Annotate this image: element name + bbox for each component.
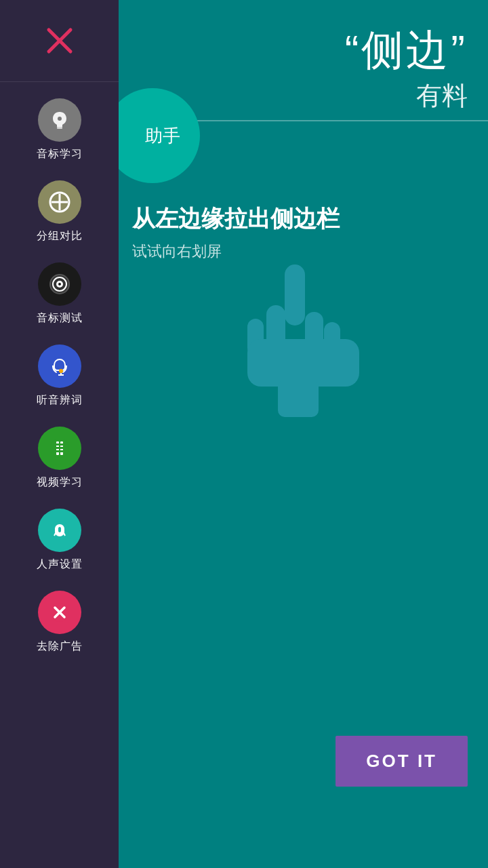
svg-rect-18 <box>56 447 63 449</box>
svg-rect-32 <box>278 380 319 417</box>
listen-label: 听音辨词 <box>37 393 83 408</box>
sidebar-item-video[interactable]: 视频学习 <box>0 417 119 499</box>
sidebar-item-phonetics[interactable]: 音标学习 <box>0 89 119 171</box>
phonetics-label: 音标学习 <box>37 147 83 161</box>
test-label: 音标测试 <box>37 311 83 326</box>
listen-icon <box>38 344 81 388</box>
voice-icon <box>38 509 81 552</box>
sidebar-divider <box>0 81 119 82</box>
svg-rect-26 <box>285 264 305 326</box>
video-icon <box>38 427 81 470</box>
close-icon <box>45 26 75 56</box>
svg-rect-31 <box>247 339 359 387</box>
sidebar-item-voice[interactable]: 人声设置 <box>0 499 119 581</box>
svg-rect-19 <box>56 450 63 452</box>
sidebar-item-test[interactable]: 音标测试 <box>0 253 119 335</box>
svg-point-9 <box>58 283 61 285</box>
video-label: 视频学习 <box>37 475 83 490</box>
svg-rect-17 <box>56 443 63 446</box>
sidebar: 音标学习 分组对比 音标测试 <box>0 0 119 868</box>
phonetics-icon <box>38 98 81 142</box>
group-label: 分组对比 <box>37 229 83 243</box>
remove-ads-label: 去除广告 <box>37 639 83 654</box>
sidebar-item-group[interactable]: 分组对比 <box>0 171 119 253</box>
hand-pointer-svg <box>227 258 363 420</box>
main-content: “侧边” 有料 助手 从左边缘拉出侧边栏 试试向右划屏 <box>119 0 488 868</box>
hand-illustration <box>227 258 363 420</box>
sidebar-item-remove-ads[interactable]: 去除广告 <box>0 581 119 663</box>
test-icon <box>38 262 81 306</box>
svg-point-11 <box>59 369 63 373</box>
instruction-title: 从左边缘拉出侧边栏 <box>132 203 474 235</box>
voice-label: 人声设置 <box>37 557 83 572</box>
got-it-button[interactable]: GOT IT <box>336 736 468 787</box>
circle-text: 助手 <box>125 124 180 148</box>
sidebar-item-listen[interactable]: 听音辨词 <box>0 335 119 417</box>
page-title: “侧边” <box>139 27 468 73</box>
close-button[interactable] <box>39 20 80 61</box>
group-icon <box>38 180 81 224</box>
instruction-area: 从左边缘拉出侧边栏 试试向右划屏 <box>132 203 474 262</box>
remove-ads-icon <box>38 591 81 634</box>
svg-rect-2 <box>57 127 62 129</box>
